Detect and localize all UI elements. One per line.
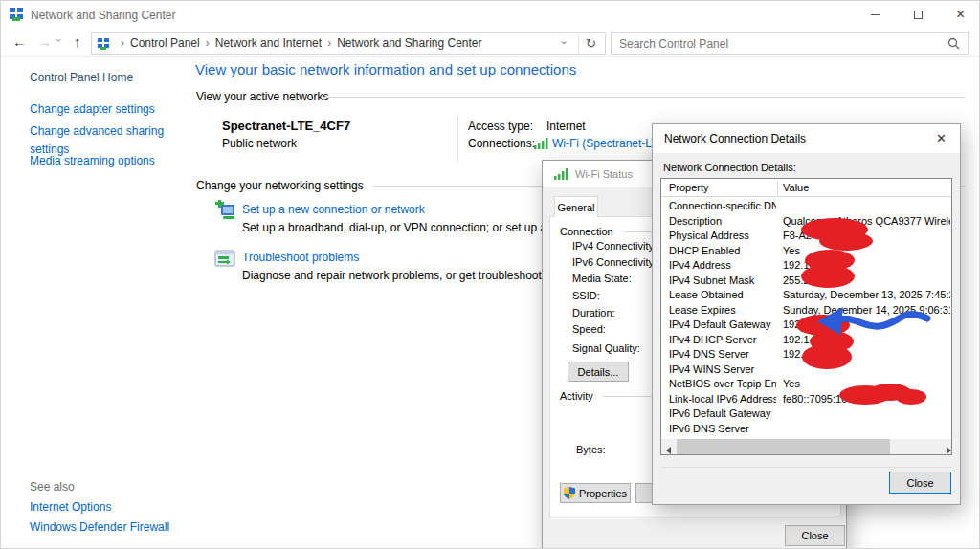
column-value[interactable]: Value [783,182,809,193]
table-row[interactable]: IPv4 Subnet Mask 255.2 [661,274,951,289]
address-bar[interactable]: ›Control Panel›Network and Internet›Netw… [91,32,606,55]
minimize-button[interactable] [854,1,897,28]
property-cell: Description [669,214,776,230]
property-cell: IPv6 DNS Server [669,422,776,437]
search-box[interactable]: Search Control Panel [611,32,969,55]
details-close-icon[interactable]: ✕ [936,131,947,145]
wifi-signal-icon [534,138,548,149]
value-cell: Saturday, December 13, 2025 7:45:27 AM [783,288,950,303]
address-dropdown-chevron-icon[interactable]: › [563,36,567,48]
bytes-label: Bytes: [576,444,606,455]
search-icon[interactable] [947,37,960,50]
chevron-icon: › [327,36,331,50]
duration-label: Duration: [572,307,615,318]
horizontal-scrollbar[interactable] [661,439,951,454]
table-row[interactable]: DHCP Enabled Yes [661,244,951,259]
value-cell: 192.1 [783,333,950,348]
wifi-close-button[interactable]: Close [785,525,845,546]
details-titlebar: Network Connection Details ✕ [653,124,960,153]
column-divider[interactable] [777,181,778,195]
back-icon[interactable]: ← [12,34,27,49]
property-cell: IPv4 Address [669,258,776,274]
media-state-label: Media State: [572,273,632,284]
wifi-close-button-label: Close [801,530,828,541]
properties-button[interactable]: Properties [560,483,631,503]
table-row[interactable]: Lease Obtained Saturday, December 13, 20… [661,288,951,303]
activity-group-label: Activity [560,390,593,402]
setup-connection-desc: Set up a broadband, dial-up, or VPN conn… [242,221,569,234]
details-listview[interactable]: Property Value Connection-specific DN...… [660,178,952,455]
property-cell: Lease Expires [669,303,776,318]
toolbar-divider [1,56,980,57]
table-row[interactable]: Description Qualcomm Atheros QCA9377 Wir… [661,214,951,230]
table-row[interactable]: Lease Expires Sunday, December 14, 2025 … [661,303,951,318]
network-connection-details-dialog: Network Connection Details ✕ Network Con… [652,123,961,505]
ipv4-connectivity-label: IPv4 Connectivity: [572,240,657,252]
active-networks-rule [323,97,966,98]
forward-icon[interactable]: → [37,34,52,49]
breadcrumb-network-sharing-center[interactable]: Network and Sharing Center [337,36,481,50]
value-cell: Yes [783,377,950,392]
table-row[interactable]: IPv4 DHCP Server 192.1 [661,333,951,348]
page-title: View your basic network information and … [195,61,576,77]
maximize-button[interactable] [897,1,940,28]
table-row[interactable]: Connection-specific DN... [661,199,951,214]
value-cell: 192.168. [783,258,950,274]
property-cell: Lease Obtained [669,288,776,303]
table-row[interactable]: IPv4 Default Gateway 192.16 [661,318,951,333]
listview-header: Property Value [661,179,951,197]
details-dialog-title: Network Connection Details [664,132,806,145]
scrollbar-thumb[interactable] [677,439,890,454]
network-sharing-center-window: Network and Sharing Center ✕ ← → › ↑ ›Co… [0,0,980,549]
troubleshoot-icon [213,248,236,271]
listview-rows: Connection-specific DN... Description Qu… [661,199,951,436]
sidebar-item-change-adapter-settings[interactable]: Change adapter settings [30,102,155,116]
close-button[interactable]: ✕ [940,1,980,28]
ssid-label: SSID: [572,290,600,301]
breadcrumb-control-panel[interactable]: Control Panel [130,36,200,50]
tab-general[interactable]: General [554,196,598,217]
chevron-icon: › [206,36,210,50]
sidebar-item-home[interactable]: Control Panel Home [30,71,133,84]
sidebar-item-windows-defender-firewall[interactable]: Windows Defender Firewall [30,520,169,534]
refresh-icon[interactable]: ↻ [586,36,596,51]
table-row[interactable]: Physical Address F8-A2-D6 [661,229,951,244]
breadcrumb-network-and-internet[interactable]: Network and Internet [215,36,322,50]
details-footer-rule [662,467,952,468]
property-cell: IPv4 DHCP Server [669,333,776,348]
table-row[interactable]: Link-local IPv6 Address fe80::7095:106 [661,392,951,407]
wifi-signal-icon [554,168,568,180]
sidebar-item-internet-options[interactable]: Internet Options [30,500,111,514]
property-cell: IPv4 WINS Server [669,362,776,378]
column-property[interactable]: Property [669,182,709,193]
value-cell: Qualcomm Atheros QCA9377 Wireless Ne [783,214,950,230]
connections-label: Connections: [468,137,535,150]
table-row[interactable]: NetBIOS over Tcpip En... Yes [661,377,951,392]
property-cell: DHCP Enabled [669,244,776,259]
value-cell: 255.2 [783,274,950,289]
window-title: Network and Sharing Center [31,9,175,22]
troubleshoot-link[interactable]: Troubleshoot problems [242,251,359,264]
signal-quality-label: Signal Quality: [572,342,640,354]
breadcrumb: ›Control Panel›Network and Internet›Netw… [115,36,482,50]
table-row[interactable]: IPv4 DNS Server 192.1 [661,347,951,362]
recent-pages-chevron-icon[interactable]: › [56,34,60,45]
table-row[interactable]: IPv6 Default Gateway [661,406,951,422]
close-icon: ✕ [955,8,965,21]
search-placeholder: Search Control Panel [619,37,728,51]
property-cell: IPv4 Default Gateway [669,318,776,333]
details-close-button[interactable]: Close [889,472,951,494]
details-button[interactable]: Details... [568,362,629,382]
table-row[interactable]: IPv4 WINS Server [661,362,951,378]
access-type-label: Access type: [468,120,533,133]
table-row[interactable]: IPv4 Address 192.168. [661,258,951,274]
sidebar-item-media-streaming[interactable]: Media streaming options [30,154,155,167]
property-cell: NetBIOS over Tcpip En... [669,377,776,392]
up-icon[interactable]: ↑ [74,34,81,49]
property-cell: Connection-specific DN... [669,199,776,214]
troubleshoot-desc: Diagnose and repair network problems, or… [242,269,569,282]
value-cell: fe80::7095:106 [783,392,950,407]
connections-link[interactable]: Wi-Fi (Spectranet-LTE [552,137,665,150]
table-row[interactable]: IPv6 DNS Server [661,422,951,437]
setup-connection-link[interactable]: Set up a new connection or network [242,203,425,216]
